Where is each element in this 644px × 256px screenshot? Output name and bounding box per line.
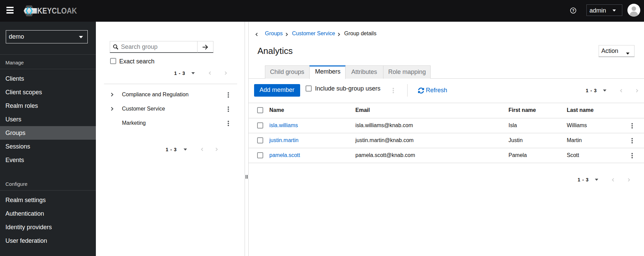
svg-text:?: ? [572,8,575,13]
svg-text:KEYCLOAK: KEYCLOAK [37,6,77,15]
